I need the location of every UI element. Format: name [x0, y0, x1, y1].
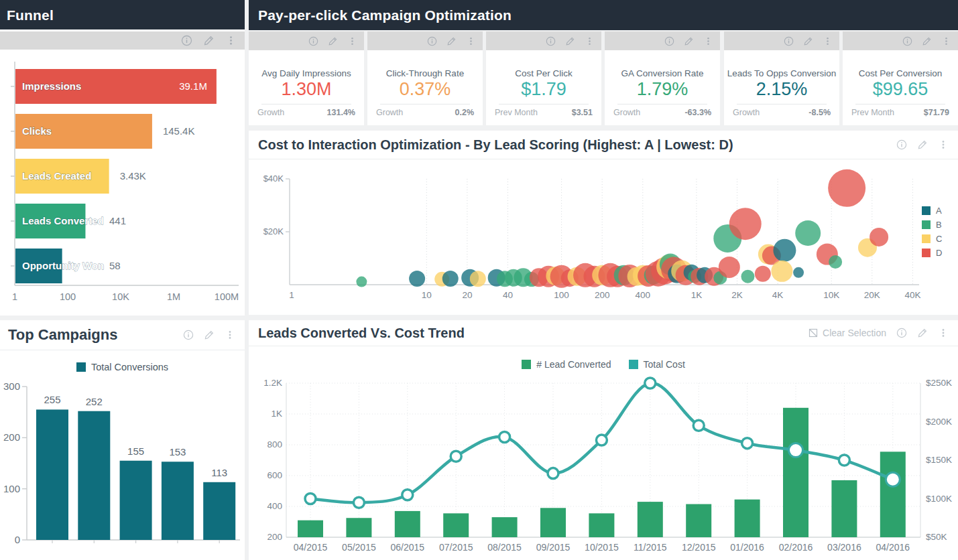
leads-bar[interactable]	[346, 518, 371, 537]
leads-line-point[interactable]	[499, 432, 510, 443]
campaigns-bar[interactable]	[120, 461, 152, 540]
info-icon[interactable]	[427, 36, 437, 46]
bubble-point[interactable]	[870, 228, 888, 247]
bubble-point[interactable]	[409, 271, 425, 287]
leads-line-point[interactable]	[693, 420, 704, 431]
legend-label: A	[936, 206, 942, 216]
funnel-bar-label: Impressions	[22, 80, 81, 92]
bubble-point[interactable]	[771, 261, 792, 282]
bubble-point[interactable]	[741, 270, 754, 283]
bubble-point[interactable]	[773, 239, 796, 262]
campaigns-bar[interactable]	[36, 409, 68, 540]
leads-right-tick-label: $200K	[926, 417, 952, 427]
info-icon[interactable]	[902, 36, 912, 46]
leads-line-point[interactable]	[548, 468, 558, 479]
leads-bar[interactable]	[589, 513, 614, 537]
menu-icon[interactable]	[585, 36, 595, 46]
leads-line-point-selected[interactable]	[886, 472, 900, 486]
info-icon[interactable]	[308, 36, 318, 46]
info-icon[interactable]	[181, 35, 192, 46]
menu-icon[interactable]	[225, 35, 237, 46]
bubble-y-tick-label: $20K	[263, 226, 284, 236]
bubble-point[interactable]	[793, 267, 804, 278]
leads-bar[interactable]	[395, 511, 420, 537]
menu-icon[interactable]	[941, 36, 951, 46]
edit-icon[interactable]	[922, 36, 932, 46]
menu-icon[interactable]	[225, 330, 235, 340]
leads-line-point[interactable]	[839, 455, 849, 466]
leads-bar[interactable]	[880, 451, 906, 537]
kpi-sub-label: Prev Month	[495, 108, 538, 117]
menu-icon[interactable]	[703, 36, 713, 46]
funnel-axis-tick-label: 100	[60, 291, 76, 302]
bubble-x-tick-label: 200	[595, 290, 610, 300]
edit-icon[interactable]	[328, 36, 338, 46]
bubble-point[interactable]	[795, 220, 821, 246]
edit-icon[interactable]	[446, 36, 457, 46]
leads-bar[interactable]	[831, 480, 857, 537]
info-icon[interactable]	[183, 330, 194, 340]
info-icon[interactable]	[664, 36, 674, 46]
menu-icon[interactable]	[347, 36, 357, 46]
legend-item-A[interactable]: A	[922, 206, 942, 216]
leads-line-point[interactable]	[353, 497, 364, 508]
leads-line-point[interactable]	[596, 435, 607, 445]
edit-icon[interactable]	[917, 328, 928, 338]
menu-icon[interactable]	[938, 328, 949, 338]
leads-line-point[interactable]	[645, 378, 656, 389]
leads-bar[interactable]	[492, 517, 518, 537]
bubble-point[interactable]	[442, 271, 459, 287]
leads-bar[interactable]	[735, 500, 760, 537]
leads-bar[interactable]	[540, 508, 566, 537]
campaigns-bar[interactable]	[78, 411, 110, 540]
leads-line-point-selected[interactable]	[789, 443, 803, 458]
funnel-title: Funnel	[7, 7, 54, 23]
leads-right-tick-label: $150K	[926, 455, 952, 465]
legend-item-B[interactable]: B	[922, 220, 942, 230]
leads-title: Leads Converted Vs. Cost Trend	[249, 326, 808, 341]
leads-right-tick-label: $100K	[926, 494, 952, 504]
leads-line-point[interactable]	[402, 490, 413, 500]
menu-icon[interactable]	[466, 36, 476, 46]
bubble-x-tick-label: 4K	[772, 290, 784, 300]
legend-item-C[interactable]: C	[922, 234, 942, 244]
edit-icon[interactable]	[917, 139, 928, 150]
leads-chart: 1.2K1K800600400200$250K$200K$150K$100K$5…	[249, 346, 958, 560]
kpi-toolbar	[843, 31, 958, 50]
edit-icon[interactable]	[803, 36, 813, 46]
bubble-point[interactable]	[829, 255, 842, 269]
bubble-x-tick-label: 2K	[731, 290, 743, 300]
clear-selection-icon	[808, 328, 819, 338]
leads-bar[interactable]	[638, 502, 663, 537]
leads-bar[interactable]	[783, 408, 809, 537]
info-icon[interactable]	[546, 36, 556, 46]
legend-item-total-conversions[interactable]: Total Conversions	[76, 362, 168, 372]
campaigns-bar[interactable]	[162, 462, 194, 540]
leads-line-point[interactable]	[451, 451, 461, 462]
bubble-point[interactable]	[470, 271, 486, 287]
campaigns-bar[interactable]	[203, 482, 235, 540]
bubble-point[interactable]	[729, 208, 762, 240]
bubble-point[interactable]	[356, 277, 367, 287]
bubble-point[interactable]	[828, 169, 865, 207]
bubble-title: Cost to Interaction Optimization - By Le…	[249, 137, 896, 153]
leads-bar[interactable]	[686, 504, 711, 537]
edit-icon[interactable]	[204, 330, 215, 340]
leads-line-point[interactable]	[305, 494, 316, 504]
menu-icon[interactable]	[823, 36, 833, 46]
funnel-panel: Funnel 110010K1M100MImpressions39.1MClic…	[0, 0, 245, 316]
menu-icon[interactable]	[938, 139, 949, 150]
edit-icon[interactable]	[203, 35, 215, 46]
clear-selection-button[interactable]: Clear Selection	[808, 328, 886, 338]
info-icon[interactable]	[896, 328, 907, 338]
leads-bar[interactable]	[443, 513, 469, 537]
legend-item-D[interactable]: D	[922, 248, 942, 258]
info-icon[interactable]	[784, 36, 794, 46]
edit-icon[interactable]	[565, 36, 575, 46]
bubble-point[interactable]	[719, 257, 740, 278]
leads-bar[interactable]	[298, 520, 323, 537]
bubble-point[interactable]	[755, 266, 771, 282]
leads-line-point[interactable]	[742, 438, 753, 449]
edit-icon[interactable]	[684, 36, 694, 46]
info-icon[interactable]	[896, 139, 907, 150]
